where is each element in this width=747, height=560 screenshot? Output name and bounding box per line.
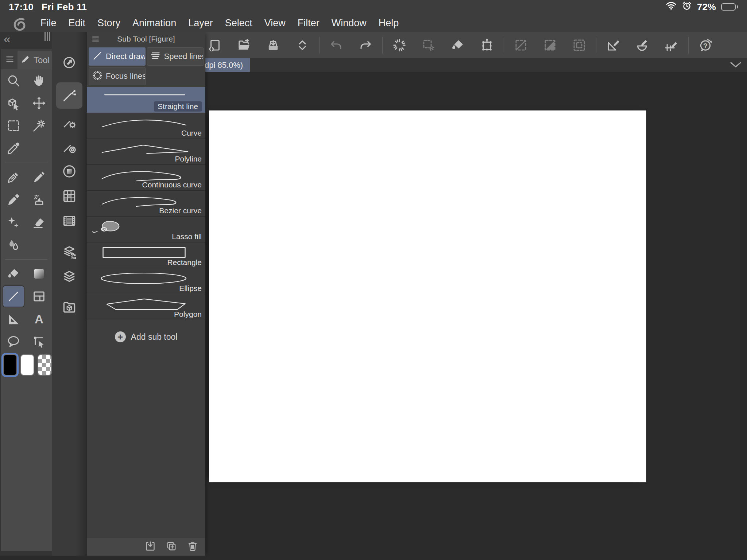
selection-border-icon[interactable] [565,32,594,58]
menu-file[interactable]: File [40,18,57,29]
tool-balloon[interactable] [1,330,26,353]
sub-color-swatch[interactable] [20,354,35,376]
menu-edit[interactable]: Edit [69,18,86,29]
snap-to-ruler-icon[interactable] [599,32,628,58]
tool-marquee[interactable] [1,114,26,137]
save-file-icon[interactable] [259,32,288,58]
invert-selection-icon[interactable] [535,32,565,58]
fill-icon[interactable] [443,32,472,58]
clear-icon[interactable] [385,32,414,58]
tool-row [1,330,52,353]
deselect-icon[interactable] [506,32,535,58]
tool-move[interactable] [26,92,52,114]
duplicate-sub-tool-icon[interactable] [165,540,178,554]
tool-hand[interactable] [26,69,52,92]
subtool-item-ellipse[interactable]: Ellipse [87,268,205,294]
tool-decoration[interactable] [1,211,26,234]
tool-eraser[interactable] [26,211,52,234]
subtool-item-lasso-fill[interactable]: Lasso fill [87,217,205,242]
quick-balloon-tool[interactable] [52,159,86,184]
menu-bar: FileEditStoryAnimationLayerSelectViewFil… [11,14,399,32]
quick-material-folder[interactable] [52,295,86,320]
tool-panel-menu-icon[interactable] [5,54,15,65]
quick-line-target[interactable] [52,134,86,159]
redo-icon[interactable] [351,32,380,58]
tool-auto-select[interactable] [26,114,52,137]
menu-layer[interactable]: Layer [188,18,213,29]
subtool-item-polyline[interactable]: Polyline [87,139,205,165]
canvas-region: dpi 85.0%) [205,58,747,560]
snap-to-special-ruler-icon[interactable] [628,32,657,58]
quick-object[interactable] [52,50,86,75]
csp-logo-icon[interactable] [11,15,26,31]
clear-outside-selection-icon[interactable] [414,32,443,58]
new-canvas-icon[interactable] [205,32,229,58]
tool-brush[interactable] [1,188,26,211]
tool-pen[interactable] [1,166,26,188]
menu-select[interactable]: Select [225,18,252,29]
scale-rotate-icon[interactable] [472,32,502,58]
focus-lines-icon [92,70,103,82]
expand-toolbar-icon[interactable] [288,32,317,58]
tool-frame-border[interactable] [26,285,52,308]
alarm-icon [682,1,692,13]
add-sub-tool-button[interactable]: + Add sub tool [87,327,205,347]
tool-airbrush[interactable] [26,188,52,211]
left-shell: « « › Tool A [0,32,86,560]
subtool-item-bezier-curve[interactable]: Bezier curve [87,191,205,217]
tool-row [1,166,52,188]
open-file-icon[interactable] [229,32,259,58]
tool-row [1,262,52,285]
menu-help[interactable]: Help [379,18,399,29]
collapse-toolpanel-icon[interactable]: « [4,31,11,46]
quick-figure-subtool[interactable] [52,82,86,109]
main-color-swatch[interactable] [3,354,17,376]
subtool-panel: Sub Tool [Figure] Direct drawSpeed lines… [86,32,205,556]
tool-operate[interactable] [1,92,26,114]
tool-panel-tab[interactable]: Tool [18,51,52,69]
subtool-item-continuous-curve[interactable]: Continuous curve [87,165,205,191]
tool-figure[interactable] [1,285,26,308]
tool-blend[interactable] [1,234,26,256]
quick-timeline[interactable] [52,209,86,233]
tool-eyedropper[interactable] [1,137,26,160]
chevron-down-icon[interactable] [729,61,743,71]
menu-story[interactable]: Story [97,18,120,29]
transparent-color-swatch[interactable] [38,354,52,376]
subtool-tab-direct-draw[interactable]: Direct draw [89,47,146,66]
tool-gradient[interactable] [26,262,52,285]
import-sub-tool-icon[interactable] [144,540,156,554]
quick-frame-grid[interactable] [52,184,86,209]
menu-window[interactable]: Window [332,18,367,29]
subtool-item-curve[interactable]: Curve [87,113,205,139]
menu-view[interactable]: View [264,18,286,29]
subtool-item-rectangle[interactable]: Rectangle [87,242,205,268]
canvas-tab[interactable]: dpi 85.0%) [205,58,250,72]
subtool-tab-speed-lines[interactable]: Speed lines [147,47,204,66]
subtool-item-straight-line[interactable]: Straight line [87,87,205,113]
tool-zoom[interactable] [1,69,26,92]
tool-divider [5,259,47,260]
quick-layer-property[interactable] [52,240,86,265]
snap-to-grid-icon[interactable] [657,32,686,58]
menu-filter[interactable]: Filter [298,18,320,29]
tool-text[interactable]: A [26,308,52,330]
panel-drag-handle[interactable] [44,31,50,41]
toolbar-divider [504,37,504,54]
quick-line-settings[interactable] [52,109,86,134]
drawing-canvas[interactable] [209,110,646,482]
undo-icon[interactable] [322,32,351,58]
top-header: 17:10 Fri Feb 11 72% [0,0,747,32]
tool-fill[interactable] [1,262,26,285]
subtool-item-polygon[interactable]: Polygon [87,294,205,320]
tool-correct-line[interactable] [26,330,52,353]
tool-ruler[interactable] [1,308,26,330]
delete-sub-tool-icon[interactable] [186,540,199,554]
subtool-tab-focus-lines[interactable]: Focus lines [89,67,146,85]
subtool-menu-icon[interactable] [91,35,100,45]
quick-layers[interactable] [52,265,86,289]
menu-animation[interactable]: Animation [132,18,176,29]
subtool-footer [87,538,205,556]
help-icon[interactable]: ? [691,32,720,58]
tool-marker[interactable] [26,166,52,188]
